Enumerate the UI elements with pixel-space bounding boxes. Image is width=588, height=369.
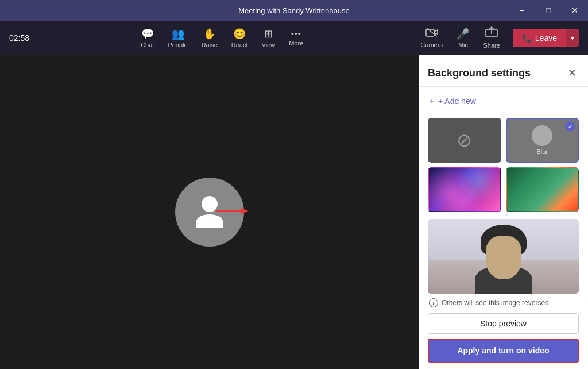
more-label: More xyxy=(289,40,303,47)
face-skin xyxy=(486,236,521,279)
background-thumb-blur[interactable]: Blur ✓ xyxy=(506,118,579,163)
background-settings-panel: Background settings ✕ ＋ + Add new ⊘ Blur… xyxy=(419,55,588,369)
stop-preview-button[interactable]: Stop preview xyxy=(428,313,579,334)
video-area xyxy=(0,55,419,369)
view-label: View xyxy=(262,41,276,48)
blur-label: Blur xyxy=(536,148,548,155)
add-new-label: + Add new xyxy=(438,97,476,106)
toolbar-item-mic[interactable]: 🎤 Mic xyxy=(451,24,475,52)
react-label: React xyxy=(231,41,248,48)
reversed-note-text: Others will see this image reversed. xyxy=(442,299,551,307)
minimize-button[interactable]: − xyxy=(509,0,535,21)
arrow-indicator xyxy=(215,204,249,220)
background-thumb-none[interactable]: ⊘ xyxy=(428,118,501,163)
toolbar: 02:58 💬 Chat 👥 People ✋ Raise 😊 React ⊞ … xyxy=(0,21,588,55)
none-icon: ⊘ xyxy=(457,129,472,151)
toolbar-center-items: 💬 Chat 👥 People ✋ Raise 😊 React ⊞ View •… xyxy=(135,24,309,52)
mic-label: Mic xyxy=(458,41,468,48)
blur-avatar-icon xyxy=(532,125,552,146)
preview-face xyxy=(428,219,579,294)
reversed-note: i Others will see this image reversed. xyxy=(428,298,579,308)
background-thumb-bokeh[interactable] xyxy=(428,167,501,212)
react-icon: 😊 xyxy=(233,28,246,40)
view-icon: ⊞ xyxy=(264,28,273,40)
panel-close-button[interactable]: ✕ xyxy=(566,64,579,82)
raise-icon: ✋ xyxy=(203,28,216,40)
svg-marker-1 xyxy=(434,30,438,34)
selected-checkmark: ✓ xyxy=(565,121,575,132)
add-new-button[interactable]: ＋ + Add new xyxy=(428,94,476,109)
background-thumb-art[interactable] xyxy=(506,167,579,212)
share-label: Share xyxy=(483,42,500,49)
chat-icon: 💬 xyxy=(141,28,154,40)
stop-preview-label: Stop preview xyxy=(480,319,527,328)
leave-button-group: 📞 Leave ▾ xyxy=(513,29,579,47)
toolbar-item-people[interactable]: 👥 People xyxy=(162,24,193,52)
camera-icon xyxy=(425,27,438,40)
plus-icon: ＋ xyxy=(428,96,436,106)
meeting-timer: 02:58 xyxy=(9,33,29,43)
toolbar-item-raise[interactable]: ✋ Raise xyxy=(196,24,223,52)
camera-label: Camera xyxy=(420,41,443,48)
svg-marker-6 xyxy=(241,207,249,214)
main-content: Background settings ✕ ＋ + Add new ⊘ Blur… xyxy=(0,55,588,369)
share-icon xyxy=(485,26,498,41)
mic-icon: 🎤 xyxy=(457,28,469,40)
panel-body: ＋ + Add new ⊘ Blur ✓ xyxy=(419,87,588,369)
window-title: Meeting with Sandy Writtenhouse xyxy=(238,6,349,15)
toolbar-item-share[interactable]: Share xyxy=(477,23,505,52)
leave-button[interactable]: 📞 Leave xyxy=(513,29,566,47)
toolbar-item-view[interactable]: ⊞ View xyxy=(256,24,281,52)
phone-icon: 📞 xyxy=(522,33,532,43)
toolbar-item-react[interactable]: 😊 React xyxy=(226,24,254,52)
toolbar-right-items: Camera 🎤 Mic Share 📞 Leave ▾ xyxy=(415,23,579,52)
toolbar-item-more[interactable]: ••• More xyxy=(283,26,309,50)
people-label: People xyxy=(168,41,187,48)
people-icon: 👥 xyxy=(172,28,184,40)
info-icon: i xyxy=(429,298,438,308)
apply-turn-on-video-button[interactable]: Apply and turn on video xyxy=(428,339,579,363)
panel-header: Background settings ✕ xyxy=(419,55,588,87)
close-button[interactable]: ✕ xyxy=(562,0,588,21)
leave-label: Leave xyxy=(535,33,557,43)
maximize-button[interactable]: □ xyxy=(535,0,562,21)
title-bar: Meeting with Sandy Writtenhouse − □ ✕ xyxy=(0,0,588,21)
chat-label: Chat xyxy=(141,41,154,48)
background-preview xyxy=(428,219,579,294)
toolbar-item-chat[interactable]: 💬 Chat xyxy=(135,24,160,52)
leave-dropdown-button[interactable]: ▾ xyxy=(566,29,579,47)
panel-title: Background settings xyxy=(428,67,531,79)
background-thumbnails-grid: ⊘ Blur ✓ xyxy=(428,118,579,212)
apply-label: Apply and turn on video xyxy=(457,346,549,355)
raise-label: Raise xyxy=(202,41,218,48)
toolbar-item-camera[interactable]: Camera xyxy=(415,24,448,52)
window-controls: − □ ✕ xyxy=(509,0,588,21)
more-icon: ••• xyxy=(291,29,301,39)
